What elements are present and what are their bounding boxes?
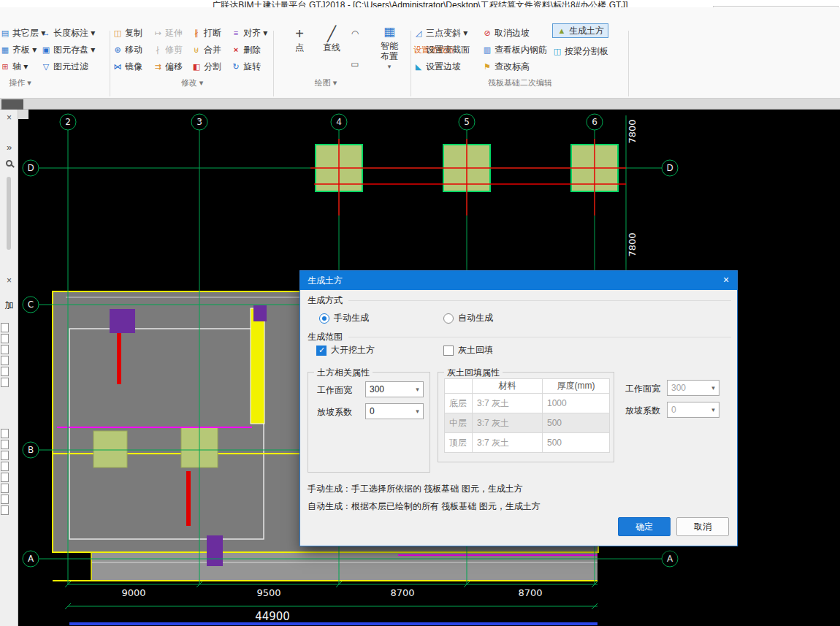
work-width-combobox[interactable]: 300 ▾ (365, 381, 424, 397)
rotate-button[interactable]: ↻旋转 (231, 59, 261, 74)
sidebar-stub-item[interactable] (1, 345, 9, 354)
check-elevation-button[interactable]: ⚑查改标高 (482, 59, 530, 74)
backfill-work-width-combobox[interactable]: 300 ▾ (667, 380, 719, 396)
combobox-value: 0 (668, 405, 708, 415)
button-label: 对齐 ▾ (243, 27, 267, 39)
magnifier-icon (6, 160, 12, 167)
length-dim-button[interactable]: ↔长度标注 ▾ (41, 26, 95, 40)
sidebar-stub-item[interactable] (1, 484, 9, 493)
trim-button[interactable]: ∤修剪 (153, 42, 183, 57)
three-point-slope-button[interactable]: ◿三点变斜 ▾ (413, 26, 467, 40)
delete-button[interactable]: ×删除 (231, 42, 261, 57)
sidebar-stub-item[interactable] (1, 440, 9, 449)
panel-close-icon[interactable]: × (0, 275, 18, 286)
extend-icon: ↦ (153, 28, 163, 38)
dialog-close-icon[interactable]: × (715, 271, 737, 290)
groupbox-legend: 土方相关属性 (314, 367, 373, 379)
line-icon: ╱ (327, 25, 336, 42)
sidebar-stub-item[interactable] (1, 356, 9, 365)
split-slab-by-beam-button[interactable]: ◫按梁分割板 (552, 44, 608, 58)
table-row-bottom-layer[interactable]: 底层 3:7 灰土 1000 (445, 394, 610, 413)
radio-icon (443, 313, 454, 324)
sidebar-stub-item[interactable] (1, 323, 9, 332)
move-button[interactable]: ⊕移动 (112, 42, 142, 57)
group-label-modify[interactable]: 修改 ▾ (111, 77, 273, 88)
offset-button[interactable]: ⇉偏移 (153, 59, 183, 74)
view-slab-rebar-button[interactable]: ▥查看板内钢筋 (482, 42, 547, 57)
generate-earthwork-button[interactable]: ▲生成土方 (552, 23, 608, 38)
checkbox-excavation[interactable]: 大开挖土方 (316, 344, 375, 356)
set-slope-icon: ◣ (413, 61, 424, 72)
ok-button[interactable]: 确定 (618, 517, 671, 536)
dimension-label: 8700 (518, 587, 542, 598)
cancel-slope-button[interactable]: ⊘取消边坡 (482, 26, 530, 40)
button-label: 生成土方 (569, 25, 604, 37)
sidebar-scrollbar[interactable] (7, 177, 11, 250)
checkbox-label: 大开挖土方 (331, 344, 375, 356)
axis-button[interactable]: ⊞轴 ▾ (0, 59, 28, 74)
button-label: 偏移 (165, 61, 183, 73)
align-button[interactable]: ≡对齐 ▾ (231, 26, 267, 40)
collapsed-panel-tab[interactable] (1, 99, 23, 110)
sidebar-stub-item[interactable] (1, 462, 9, 471)
rect-tool-icon[interactable]: ▭ (349, 58, 361, 70)
extend-button[interactable]: ↦延伸 (153, 26, 183, 40)
sidebar-stub-item[interactable] (1, 495, 9, 504)
radio-auto-generate[interactable]: 自动生成 (443, 312, 493, 324)
group-label-operate[interactable]: 操作 ▾ (0, 77, 40, 88)
backfill-table: 材料 厚度(mm) 底层 3:7 灰土 1000 中层 3:7 灰土 500 顶… (444, 378, 610, 453)
chevron-down-icon[interactable]: ▾ (708, 406, 719, 413)
work-width-label: 工作面宽 (317, 384, 352, 397)
expand-panel-icon[interactable]: » (0, 142, 18, 153)
ribbon-group-modify: ◫复制 ↦延伸 ∦打断 ≡对齐 ▾ ⊕移动 ∤修剪 ⊎合并 ×删除 ⋈镜像 ⇉偏… (111, 7, 273, 99)
align-icon: ≡ (231, 28, 241, 38)
other-layer-button[interactable]: ▤其它层 ▾ (0, 26, 45, 40)
table-row-top-layer[interactable]: 顶层 3:7 灰土 500 (445, 433, 610, 453)
cancel-button[interactable]: 取消 (676, 517, 729, 536)
point-tool-button[interactable]: + 点 (285, 25, 314, 53)
checkbox-backfill[interactable]: 灰土回填 (443, 344, 493, 356)
save-element-button[interactable]: ▣图元存盘 ▾ (41, 42, 95, 57)
variable-section-button[interactable]: 设置变截面设置变截面 (413, 42, 470, 57)
merge-button[interactable]: ⊎合并 (191, 42, 221, 57)
sidebar-stub-item[interactable] (1, 473, 9, 482)
divide-icon: ◧ (191, 61, 202, 72)
button-label: 镜像 (125, 61, 142, 73)
set-slope-button[interactable]: ◣设置边坡 (413, 59, 461, 74)
arc-tool-icon[interactable]: ◠ (349, 28, 361, 39)
divide-button[interactable]: ◧分割 (191, 59, 221, 74)
copy-button[interactable]: ◫复制 (112, 26, 142, 40)
merge-icon: ⊎ (191, 45, 202, 55)
ribbon-group-operate: ▤其它层 ▾ ↔长度标注 ▾ ▦齐板 ▾ ▣图元存盘 ▾ ⊞轴 ▾ ▽图元过滤 … (0, 7, 110, 99)
red-wall-segment (117, 333, 121, 384)
button-label: 延伸 (165, 27, 183, 39)
ribbon-group-raft-edit: ◿三点变斜 ▾ 设置变截面设置变截面 ◣设置边坡 ⊘取消边坡 ▥查看板内钢筋 ⚑… (412, 7, 628, 99)
align-slab-button[interactable]: ▦齐板 ▾ (0, 42, 37, 57)
line-tool-button[interactable]: ╱ 直线 (316, 25, 348, 53)
sidebar-stub-item[interactable] (1, 505, 9, 515)
sidebar-stub-item[interactable] (1, 429, 9, 438)
group-label-draw[interactable]: 绘图 ▾ (275, 77, 377, 88)
button-label: 按梁分割板 (565, 45, 608, 58)
sidebar-stub-item[interactable] (1, 334, 9, 343)
mirror-button[interactable]: ⋈镜像 (112, 59, 142, 74)
group-label-raft-edit[interactable]: 筏板基础二次编辑 (412, 77, 628, 88)
smart-layout-button[interactable]: ▦ 智能 布置 ▾ (371, 23, 408, 72)
dialog-titlebar[interactable]: 生成土方 (300, 271, 737, 290)
sidebar-stub-item[interactable] (1, 378, 9, 387)
backfill-slope-factor-combobox[interactable]: 0 ▾ (667, 402, 719, 418)
break-button[interactable]: ∦打断 (191, 26, 221, 40)
panel-close-top-icon[interactable]: × (0, 112, 18, 123)
zoom-search-icon[interactable] (0, 158, 18, 169)
chevron-down-icon[interactable]: ▾ (412, 408, 423, 415)
element-filter-button[interactable]: ▽图元过滤 (41, 59, 88, 74)
dialog-title: 生成土方 (308, 275, 343, 287)
table-row-middle-layer[interactable]: 中层 3:7 灰土 500 (445, 413, 610, 433)
sidebar-stub-item[interactable] (1, 451, 9, 460)
sidebar-stub-item[interactable] (1, 367, 9, 376)
slope-factor-combobox[interactable]: 0 ▾ (365, 403, 424, 419)
button-label: 取消边坡 (495, 27, 530, 39)
radio-manual-generate[interactable]: 手动生成 (319, 312, 369, 324)
chevron-down-icon[interactable]: ▾ (412, 386, 423, 393)
chevron-down-icon[interactable]: ▾ (708, 384, 719, 392)
